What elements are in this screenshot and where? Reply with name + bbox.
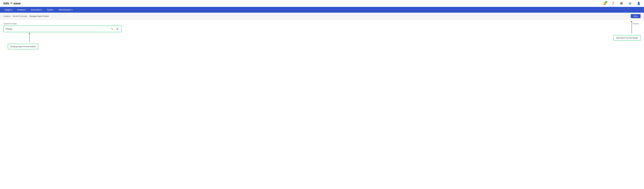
new-button[interactable]: New — [631, 14, 640, 18]
delete-button[interactable]: 🗑️ — [116, 27, 119, 30]
row-actions: ✏️ 🗑️ — [110, 27, 119, 30]
library-icon: 📚 — [620, 2, 623, 5]
notifications-button[interactable]: 🔔 0 — [603, 2, 606, 5]
svg-point-1 — [10, 2, 11, 3]
analysis-label: Analysis — [18, 9, 25, 11]
main-content: Export Fromats Actions Pricing ✏️ 🗑️ — [0, 20, 644, 68]
studio-label: Studio — [47, 9, 53, 11]
sidebar-item-administration[interactable]: Administration ▾ — [56, 7, 75, 13]
notification-badge: 0 — [605, 1, 607, 3]
svg-point-5 — [12, 3, 12, 4]
edit-button[interactable]: ✏️ — [110, 27, 114, 30]
breadcrumb: Analysis › What-If Formulae › Manage Exp… — [4, 15, 49, 17]
svg-point-2 — [12, 2, 12, 3]
edit-icon: ✏️ — [111, 28, 114, 30]
delete-icon: 🗑️ — [116, 28, 119, 30]
help-button[interactable]: ❓ — [612, 2, 614, 5]
arrow-up-existing — [29, 32, 30, 34]
add-annotation-box: Add Export Format Details — [614, 35, 640, 41]
table-row: Pricing ✏️ 🗑️ — [4, 26, 122, 32]
breadcrumb-sep-2: › — [28, 15, 29, 17]
arrow-up-new — [631, 21, 632, 22]
existing-annotation-text: Existing Export Format Details — [10, 45, 36, 48]
insights-arrow: ▾ — [12, 9, 13, 11]
sidebar-item-automation[interactable]: Automation ▾ — [28, 7, 45, 13]
sidebar-item-analysis[interactable]: Analysis ▾ — [15, 7, 28, 13]
breadcrumb-bar: Analysis › What-If Formulae › Manage Exp… — [0, 13, 644, 20]
analysis-arrow: ▾ — [26, 9, 26, 11]
sidebar-item-studio[interactable]: Studio ▾ — [45, 7, 56, 13]
table-header: Export Fromats Actions — [4, 22, 640, 25]
annotation-line-new — [632, 22, 632, 34]
col-export-formats: Export Fromats — [4, 22, 17, 25]
user-icon: 👤 — [637, 2, 640, 5]
add-annotation-text: Add Export Format Details — [616, 37, 638, 39]
existing-annotation-box: Existing Export Format Details — [8, 44, 38, 49]
breadcrumb-sep-1: › — [11, 15, 12, 17]
svg-point-4 — [10, 3, 11, 4]
annotations-area: Existing Export Format Details Add Expor… — [4, 34, 640, 65]
logo-weave: eave — [14, 1, 20, 5]
top-icons: 🔔 0 ❓ 📚 ⚙️ 👤 — [603, 2, 640, 5]
nav-bar: Insights ▾ Analysis ▾ Automation ▾ Studi… — [0, 7, 644, 13]
top-bar: Info eave 🔔 0 ❓ — [0, 0, 644, 7]
help-icon: ❓ — [612, 2, 614, 5]
breadcrumb-analysis[interactable]: Analysis — [4, 15, 10, 17]
page-wrapper: Info eave 🔔 0 ❓ — [0, 0, 644, 68]
row-pricing-name: Pricing — [6, 28, 12, 30]
studio-arrow: ▾ — [53, 9, 54, 11]
breadcrumb-manage: Manage Export Format — [30, 15, 49, 17]
breadcrumb-whatif[interactable]: What-If Formulae — [13, 15, 27, 17]
col-actions: Actions — [632, 22, 639, 25]
automation-arrow: ▾ — [42, 9, 42, 11]
library-button[interactable]: 📚 — [620, 2, 623, 5]
gear-icon: ⚙️ — [628, 2, 632, 5]
user-button[interactable]: 👤 — [637, 2, 640, 5]
logo-info: Info — [4, 1, 9, 5]
annotation-line-existing — [30, 34, 30, 42]
sidebar-item-insights[interactable]: Insights ▾ — [2, 7, 15, 13]
settings-button[interactable]: ⚙️ — [628, 2, 632, 5]
administration-label: Administration — [59, 9, 72, 11]
administration-arrow: ▾ — [72, 9, 73, 11]
insights-label: Insights — [4, 9, 12, 11]
logo: Info eave — [4, 1, 20, 5]
automation-label: Automation — [31, 9, 41, 11]
logo-icon — [9, 1, 14, 5]
